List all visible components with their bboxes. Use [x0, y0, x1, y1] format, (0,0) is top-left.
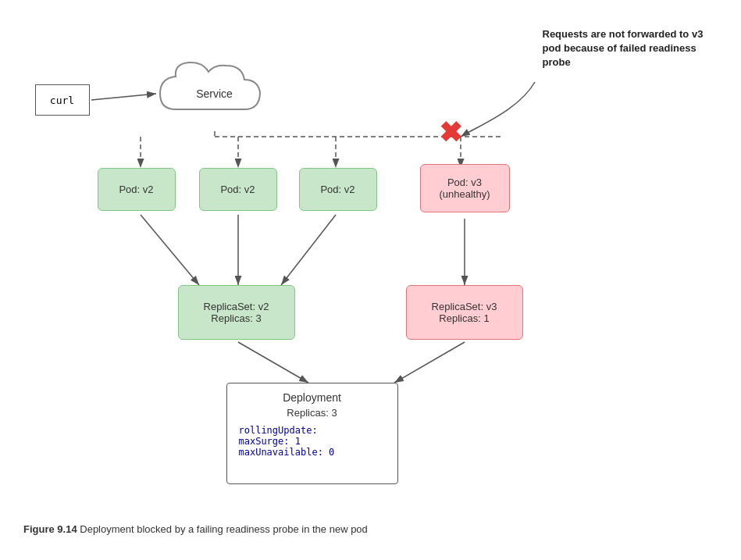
svg-line-2	[91, 94, 156, 100]
svg-line-13	[238, 342, 308, 383]
figure-caption: Figure 9.14 Deployment blocked by a fail…	[16, 523, 725, 535]
deployment-box: Deployment Replicas: 3 rollingUpdate: ma…	[226, 383, 398, 484]
service-cloud: Service	[152, 55, 277, 133]
replicaset-v3: ReplicaSet: v3 Replicas: 1	[406, 285, 523, 340]
pod-v2-1-label: Pod: v2	[119, 184, 153, 195]
svg-line-9	[141, 215, 199, 285]
diagram: curl Service Requests are not forwarded …	[20, 16, 722, 515]
pod-v2-1: Pod: v2	[98, 168, 176, 211]
replicaset-v2: ReplicaSet: v2 Replicas: 3	[178, 285, 295, 340]
annotation-text: Requests are not forwarded to v3 pod bec…	[543, 27, 714, 70]
code-line1: rollingUpdate:	[239, 425, 386, 436]
curl-box: curl	[35, 84, 90, 116]
deployment-title: Deployment	[283, 391, 341, 404]
figure-number: Figure 9.14	[23, 523, 77, 535]
deployment-code: rollingUpdate: maxSurge: 1 maxUnavailabl…	[239, 425, 386, 458]
replicaset-v2-replicas: Replicas: 3	[211, 312, 261, 324]
pod-v2-3-label: Pod: v2	[320, 184, 354, 195]
svg-line-14	[394, 342, 465, 383]
deployment-replicas: Replicas: 3	[287, 407, 337, 419]
pod-v2-3: Pod: v2	[299, 168, 377, 211]
pod-v2-2: Pod: v2	[199, 168, 277, 211]
pod-v2-2-label: Pod: v2	[220, 184, 255, 195]
red-x-icon: ✖	[439, 119, 462, 147]
caption-text: Deployment blocked by a failing readines…	[80, 523, 368, 535]
code-line3: maxUnavailable: 0	[239, 447, 386, 458]
replicaset-v3-replicas: Replicas: 1	[439, 312, 489, 324]
replicaset-v2-title: ReplicaSet: v2	[204, 301, 269, 312]
pod-v3: Pod: v3(unhealthy)	[420, 164, 510, 212]
code-line2: maxSurge: 1	[239, 436, 386, 447]
curl-label: curl	[50, 95, 74, 106]
svg-line-11	[281, 215, 336, 285]
replicaset-v3-title: ReplicaSet: v3	[432, 301, 497, 312]
pod-v3-label: Pod: v3(unhealthy)	[439, 177, 490, 200]
